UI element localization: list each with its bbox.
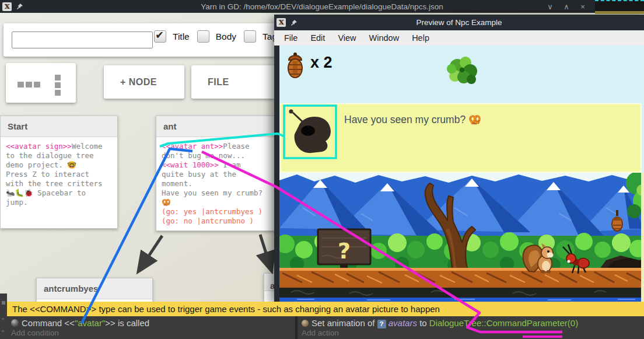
preview-menubar: File Edit View Window Help [274, 30, 644, 46]
layout-grip-button[interactable] [6, 63, 76, 103]
filter-body-label: Body [216, 32, 236, 42]
unknown-object-icon: ? [377, 320, 386, 328]
bush-critter-sprite [444, 55, 478, 85]
minimize-button[interactable]: ∨ [545, 2, 555, 11]
game-viewport[interactable]: x 2 Have you seen my crumb? 🥨 [274, 46, 644, 302]
item-count-label: x 2 [310, 54, 332, 72]
hint-bar: The <<COMMAND>> type can be used to trig… [7, 302, 644, 316]
condition-text: Command <<"avatar">> is called [22, 318, 149, 328]
add-condition-link[interactable]: Add condition [11, 328, 59, 337]
window-border [274, 46, 279, 302]
action-object: avatars [388, 318, 417, 328]
action-panel[interactable]: Set animation of ? avatars to DialogueTr… [298, 316, 644, 339]
menu-window[interactable]: Window [363, 33, 406, 43]
search-input[interactable] [12, 32, 153, 48]
animation-action-icon [302, 320, 309, 327]
add-node-label: + NODE [120, 77, 157, 88]
node-start-title[interactable]: Start [1, 116, 117, 137]
condition-panel[interactable]: Command <<"avatar">> is called Add condi… [7, 316, 295, 339]
menu-view[interactable]: View [331, 33, 362, 43]
game-scene: ? [279, 173, 644, 302]
grip-dots-vertical-icon [55, 75, 61, 96]
node-ant-title[interactable]: ant [156, 116, 275, 137]
filter-tags-checkbox[interactable] [244, 30, 256, 43]
action-value: DialogueTree::CommandParameter(0) [429, 318, 578, 328]
node-antcrumbyes-title[interactable]: antcrumbyes [37, 278, 152, 299]
background-window-bar [595, 11, 644, 14]
window-edge-strip [641, 173, 644, 302]
preview-window: X Preview of Npc Example File Edit View … [274, 15, 644, 302]
acorn-counter-icon [286, 52, 304, 80]
filter-body-checkbox[interactable] [197, 30, 209, 43]
grip-dots-icon [18, 82, 40, 88]
filter-title-label: Title [173, 32, 190, 42]
add-node-button[interactable]: + NODE [104, 65, 184, 99]
preview-title: Preview of Npc Example [274, 18, 644, 27]
node-ant-body[interactable]: <<avatar ant>>Please don't bug me now...… [156, 137, 275, 230]
sign-question-label: ? [338, 238, 351, 264]
dialogue-text: Have you seen my crumb? 🥨 [344, 114, 481, 126]
background-window-sliver [595, 0, 644, 14]
side-gutter [0, 293, 7, 339]
node-antcrumbyes[interactable]: antcrumbyes [36, 278, 153, 305]
search-card: ✔ Title Body Tags [4, 23, 275, 57]
avatar-ant-image [285, 106, 338, 159]
file-label: FILE [208, 77, 229, 88]
preview-titlebar: X Preview of Npc Example [274, 15, 644, 30]
close-button[interactable]: × [578, 2, 588, 11]
maximize-button[interactable]: ∧ [561, 2, 572, 11]
menu-help[interactable]: Help [405, 33, 436, 43]
menu-file[interactable]: File [278, 33, 304, 43]
condition-type-icon [11, 319, 19, 327]
main-titlebar: X Yarn in GD: /home/fox/DEV/dialogueExam… [0, 0, 644, 13]
screen: X Yarn in GD: /home/fox/DEV/dialogueExam… [0, 0, 644, 339]
node-start-body[interactable]: <<avatar sign>>Welcome to the dialogue t… [1, 137, 117, 228]
menu-edit[interactable]: Edit [304, 33, 331, 43]
node-start[interactable]: Start <<avatar sign>>Welcome to the dial… [0, 116, 118, 229]
node-ant[interactable]: ant <<avatar ant>>Please don't bug me no… [156, 116, 275, 231]
file-button[interactable]: FILE [191, 65, 275, 99]
action-text: Set animation of ? avatars to DialogueTr… [312, 318, 578, 328]
check-icon: ✔ [155, 29, 164, 41]
add-action-link[interactable]: Add action [302, 328, 339, 337]
dialogue-box: Have you seen my crumb? 🥨 [280, 103, 642, 173]
condition-param: "avatar" [75, 318, 105, 328]
filter-title-checkbox[interactable]: ✔ [154, 30, 166, 43]
